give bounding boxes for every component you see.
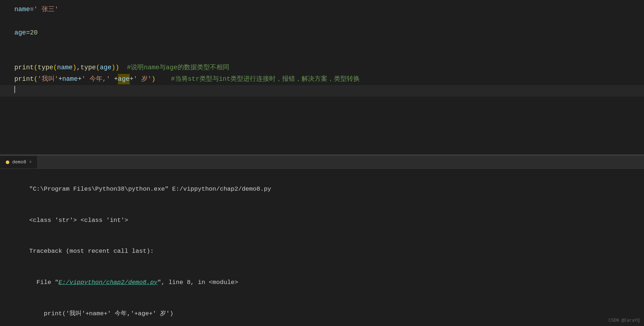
text-cursor (14, 86, 15, 93)
var-age: age (14, 28, 26, 38)
code-line-1: name=' 张三' (0, 4, 644, 15)
var-name: name (14, 4, 30, 15)
code-line-8 (0, 85, 644, 97)
tab-close-button[interactable]: × (29, 160, 32, 165)
terminal-cmd-line: "C:\Program Files\Python38\python.exe" E… (7, 174, 637, 205)
code-line-6: print(type(name),type(age)) #说明name与age的… (0, 62, 644, 74)
highlighted-age: age (118, 74, 129, 84)
watermark: CSDN @CaraYQ (609, 318, 640, 323)
file-link[interactable]: E:/vippython/chap2/demo8.py (59, 279, 157, 286)
terminal-traceback-code: print('我叫'+name+' 今年,'+age+' 岁') (7, 298, 637, 326)
terminal-file-line: File "E:/vippython/chap2/demo8.py", line… (7, 267, 637, 298)
code-line-2 (0, 15, 644, 27)
code-line-7: print('我叫'+name+' 今年,' +age+' 岁') #当将str… (0, 73, 644, 85)
terminal-traceback-header: Traceback (most recent call last): (7, 236, 637, 267)
code-line-4 (0, 39, 644, 50)
code-line-3: age=20 (0, 27, 644, 39)
terminal-tabs: demo8 × (0, 156, 644, 169)
terminal-tab-demo8[interactable]: demo8 × (0, 156, 38, 168)
terminal-output-types: <class 'str'> <class 'int'> (7, 205, 637, 236)
terminal-tab-label: demo8 (12, 159, 26, 165)
code-line-5 (0, 50, 644, 62)
tab-indicator (6, 160, 9, 164)
editor-area: name=' 张三' age=20 print(type(name),type(… (0, 0, 644, 154)
terminal-area: "C:\Program Files\Python38\python.exe" E… (0, 169, 644, 326)
